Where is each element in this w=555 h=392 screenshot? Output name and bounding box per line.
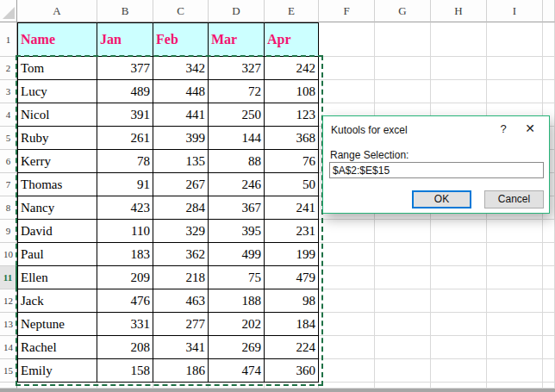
cell-H10[interactable] bbox=[431, 243, 487, 266]
cell-C10[interactable]: 362 bbox=[153, 243, 209, 266]
cell-J11[interactable] bbox=[543, 266, 555, 289]
row-header-partial[interactable] bbox=[0, 383, 17, 389]
cell-G14[interactable] bbox=[375, 336, 431, 359]
cell-A13[interactable]: Neptune bbox=[17, 313, 97, 336]
cell-J9[interactable] bbox=[543, 220, 555, 243]
cell-C3[interactable]: 448 bbox=[153, 80, 209, 103]
cell-B7[interactable]: 91 bbox=[97, 173, 153, 196]
cell-E13[interactable]: 184 bbox=[265, 313, 319, 336]
cell-E12[interactable]: 98 bbox=[265, 289, 319, 313]
cell-F2[interactable] bbox=[319, 57, 375, 80]
cell-B3[interactable]: 489 bbox=[97, 80, 153, 103]
cell-J13[interactable] bbox=[543, 313, 555, 336]
cell-G12[interactable] bbox=[375, 289, 431, 313]
cell-H2[interactable] bbox=[431, 57, 487, 80]
cell-E11[interactable]: 479 bbox=[265, 266, 319, 289]
row-header-6[interactable]: 6 bbox=[0, 150, 17, 173]
range-selection-input[interactable] bbox=[329, 162, 544, 178]
cell-B6[interactable]: 78 bbox=[97, 150, 153, 173]
cell-I14[interactable] bbox=[487, 336, 543, 359]
cell-E3[interactable]: 108 bbox=[265, 80, 319, 103]
cell-C14[interactable]: 341 bbox=[153, 336, 209, 359]
cell-H1[interactable] bbox=[431, 22, 487, 57]
cell-C12[interactable]: 463 bbox=[153, 289, 209, 313]
cell-D14[interactable]: 269 bbox=[209, 336, 265, 359]
cell-A10[interactable]: Paul bbox=[17, 243, 97, 266]
cell-C16[interactable] bbox=[153, 383, 209, 389]
cell-E5[interactable]: 368 bbox=[265, 127, 319, 150]
cell-C5[interactable]: 399 bbox=[153, 127, 209, 150]
cell-F12[interactable] bbox=[319, 289, 375, 313]
row-header-1[interactable]: 1 bbox=[0, 22, 17, 57]
cell-A2[interactable]: Tom bbox=[17, 57, 97, 80]
cell-D10[interactable]: 499 bbox=[209, 243, 265, 266]
cell-I13[interactable] bbox=[487, 313, 543, 336]
cell-E9[interactable]: 231 bbox=[265, 220, 319, 243]
cell-G2[interactable] bbox=[375, 57, 431, 80]
cell-D11[interactable]: 75 bbox=[209, 266, 265, 289]
cell-A3[interactable]: Lucy bbox=[17, 80, 97, 103]
cell-B13[interactable]: 331 bbox=[97, 313, 153, 336]
cell-I3[interactable] bbox=[487, 80, 543, 103]
cell-D2[interactable]: 327 bbox=[209, 57, 265, 80]
close-icon[interactable]: ✕ bbox=[521, 121, 539, 135]
row-header-2[interactable]: 2 bbox=[0, 57, 17, 80]
cell-A16[interactable] bbox=[17, 383, 97, 389]
col-header-H[interactable]: H bbox=[431, 0, 487, 22]
cell-C13[interactable]: 277 bbox=[153, 313, 209, 336]
cell-G9[interactable] bbox=[375, 220, 431, 243]
cell-B12[interactable]: 476 bbox=[97, 289, 153, 313]
cell-B8[interactable]: 423 bbox=[97, 196, 153, 220]
cell-H12[interactable] bbox=[431, 289, 487, 313]
cell-B9[interactable]: 110 bbox=[97, 220, 153, 243]
cell-H14[interactable] bbox=[431, 336, 487, 359]
col-header-I[interactable]: I bbox=[487, 0, 543, 22]
cell-I2[interactable] bbox=[487, 57, 543, 80]
cell-E1[interactable]: Apr bbox=[265, 22, 319, 57]
cell-I10[interactable] bbox=[487, 243, 543, 266]
cell-B5[interactable]: 261 bbox=[97, 127, 153, 150]
cell-G3[interactable] bbox=[375, 80, 431, 103]
cell-H15[interactable] bbox=[431, 359, 487, 383]
row-header-7[interactable]: 7 bbox=[0, 173, 17, 196]
cell-H13[interactable] bbox=[431, 313, 487, 336]
cell-I15[interactable] bbox=[487, 359, 543, 383]
row-header-3[interactable]: 3 bbox=[0, 80, 17, 103]
cell-G15[interactable] bbox=[375, 359, 431, 383]
cell-D13[interactable]: 202 bbox=[209, 313, 265, 336]
cell-F11[interactable] bbox=[319, 266, 375, 289]
cell-J1[interactable] bbox=[543, 22, 555, 57]
cell-J2[interactable] bbox=[543, 57, 555, 80]
cell-E6[interactable]: 76 bbox=[265, 150, 319, 173]
cell-D8[interactable]: 367 bbox=[209, 196, 265, 220]
cell-F9[interactable] bbox=[319, 220, 375, 243]
cell-F10[interactable] bbox=[319, 243, 375, 266]
cell-J14[interactable] bbox=[543, 336, 555, 359]
cell-G11[interactable] bbox=[375, 266, 431, 289]
col-header-extra[interactable] bbox=[543, 0, 555, 22]
cell-C6[interactable]: 135 bbox=[153, 150, 209, 173]
cell-H9[interactable] bbox=[431, 220, 487, 243]
cell-C1[interactable]: Feb bbox=[153, 22, 209, 57]
col-header-A[interactable]: A bbox=[17, 0, 97, 22]
cell-F16[interactable] bbox=[319, 383, 375, 389]
cell-D4[interactable]: 250 bbox=[209, 103, 265, 127]
cell-B14[interactable]: 208 bbox=[97, 336, 153, 359]
cell-B11[interactable]: 209 bbox=[97, 266, 153, 289]
cell-I9[interactable] bbox=[487, 220, 543, 243]
col-header-B[interactable]: B bbox=[97, 0, 153, 22]
cell-D7[interactable]: 246 bbox=[209, 173, 265, 196]
cell-F15[interactable] bbox=[319, 359, 375, 383]
row-header-11[interactable]: 11 bbox=[0, 266, 17, 289]
row-header-15[interactable]: 15 bbox=[0, 359, 17, 383]
cell-E15[interactable]: 360 bbox=[265, 359, 319, 383]
cell-I12[interactable] bbox=[487, 289, 543, 313]
cell-G13[interactable] bbox=[375, 313, 431, 336]
cell-A8[interactable]: Nancy bbox=[17, 196, 97, 220]
cell-E2[interactable]: 242 bbox=[265, 57, 319, 80]
cell-D9[interactable]: 395 bbox=[209, 220, 265, 243]
cell-D3[interactable]: 72 bbox=[209, 80, 265, 103]
cell-A5[interactable]: Ruby bbox=[17, 127, 97, 150]
cell-D15[interactable]: 474 bbox=[209, 359, 265, 383]
cell-C11[interactable]: 218 bbox=[153, 266, 209, 289]
